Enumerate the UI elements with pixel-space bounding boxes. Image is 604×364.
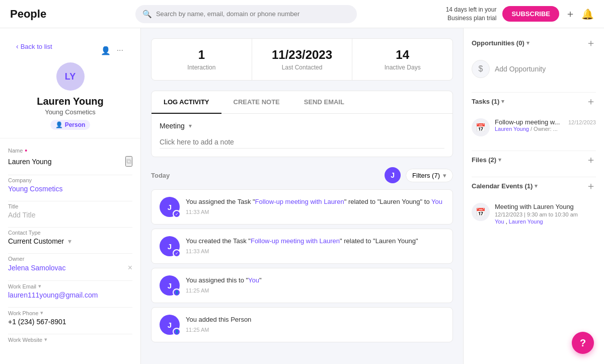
task-sub: Lauren Young / Owner: ... (495, 126, 596, 132)
interaction-label: Interaction (162, 64, 242, 71)
profile-company: Young Cosmetics (45, 108, 96, 116)
main-layout: ‹ Back to list 👤 ··· LY Lauren Young You… (0, 28, 604, 364)
field-work-email: Work Email ▾ lauren111young@gmail.com (8, 283, 132, 299)
tasks-header: Tasks (1) ▾ ＋ (472, 95, 596, 108)
activity-body: You assigned the Task "Follow-up meeting… (186, 197, 444, 217)
app-title: People (10, 8, 46, 21)
right-panel: Opportunities (0) ▾ ＋ $ Add Opportunity … (463, 28, 604, 364)
topnav-right: 14 days left in your Business plan trial… (446, 6, 594, 23)
person-icon: 👤 (55, 121, 63, 128)
activity-body: You assigned this to "You" 11:25 AM (186, 275, 444, 296)
chevron-down-icon: ▾ (526, 40, 530, 46)
activity-time: 11:25 AM (186, 327, 444, 333)
owner-link[interactable]: Jelena Samolovac (8, 264, 65, 272)
user-avatar: J (385, 167, 401, 183)
add-opportunity-row[interactable]: $ Add Opportunity (472, 56, 596, 82)
dollar-icon: $ (472, 60, 490, 78)
activity-body: You created the Task "Follow-up meeting … (186, 236, 444, 256)
tab-create-note[interactable]: CREATE NOTE (221, 91, 292, 114)
activity-body: You added this Person 11:25 AM (186, 315, 444, 335)
help-button[interactable]: ? (572, 332, 594, 354)
stats-bar: 1 Interaction 11/23/2023 Last Contacted … (151, 38, 453, 81)
calendar-icon: 📅 (472, 203, 490, 221)
add-calendar-event-button[interactable]: ＋ (586, 179, 596, 193)
activity-item: J 👤 You assigned this to "You" 11:25 AM (151, 268, 453, 303)
calendar-header: Calendar Events (1) ▾ ＋ (472, 179, 596, 193)
task-date: 12/12/2023 (568, 119, 596, 125)
field-title: Title Add Title (8, 203, 132, 219)
left-panel: ‹ Back to list 👤 ··· LY Lauren Young You… (0, 28, 141, 364)
task-calendar-icon: 📅 (472, 118, 490, 136)
chevron-down-icon: ▾ (68, 237, 71, 245)
meeting-row: Meeting ▾ (160, 122, 444, 130)
cal-attendee2-link[interactable]: Lauren Young (509, 219, 543, 225)
add-button[interactable]: ＋ (565, 7, 575, 21)
search-input[interactable] (156, 10, 350, 18)
tabs-header: LOG ACTIVITY CREATE NOTE SEND EMAIL (152, 91, 452, 114)
activity-avatar: J 👤 (160, 315, 180, 335)
copy-name-button[interactable]: ⧉ (125, 156, 132, 167)
cal-attendee1-link[interactable]: You (495, 219, 504, 225)
field-company: Company Young Cosmetics (8, 177, 132, 193)
task-badge-icon: ✓ (173, 249, 181, 257)
field-owner: Owner Jelena Samolovac × (8, 256, 132, 272)
back-to-list-link[interactable]: ‹ Back to list (16, 42, 52, 50)
tab-content: Meeting ▾ (152, 114, 452, 157)
note-input[interactable] (160, 136, 444, 149)
activity-text: You assigned this to "You" (186, 275, 444, 285)
chevron-down-icon: ▾ (189, 122, 192, 129)
chevron-down-icon: ▾ (498, 157, 501, 163)
activity-date: Today (151, 172, 170, 179)
task-person-link[interactable]: Lauren Young (495, 126, 529, 132)
files-header: Files (2) ▾ ＋ (472, 153, 596, 167)
cal-body: Meeting with Lauren Young 12/12/2023 | 9… (495, 203, 596, 225)
stat-interaction: 1 Interaction (152, 39, 252, 80)
chevron-down-icon: ▾ (501, 98, 504, 105)
chevron-down-icon: ▾ (44, 336, 47, 343)
work-email-link[interactable]: lauren111young@gmail.com (8, 291, 98, 299)
profile-badge: 👤 Person (50, 120, 91, 130)
activity-time: 11:25 AM (186, 287, 444, 294)
you-link[interactable]: You (248, 276, 259, 284)
interaction-count: 1 (162, 48, 242, 62)
tab-send-email[interactable]: SEND EMAIL (292, 91, 356, 114)
company-link[interactable]: Young Cosmetics (8, 185, 62, 193)
task-link[interactable]: Follow-up meeting with Lauren (251, 237, 340, 245)
task-link[interactable]: Follow-up meeting with Lauren (255, 198, 344, 205)
assign-person-icon[interactable]: 👤 (100, 45, 112, 56)
task-body: Follow-up meeting w... 12/12/2023 Lauren… (495, 118, 596, 132)
chevron-down-icon: ▾ (535, 183, 538, 189)
remove-owner-button[interactable]: × (128, 263, 132, 272)
task-badge-icon: ✓ (173, 210, 181, 218)
chevron-down-icon: ▾ (40, 310, 43, 316)
add-file-button[interactable]: ＋ (586, 153, 596, 167)
notifications-bell-icon[interactable]: 🔔 (581, 8, 594, 20)
tasks-section: Tasks (1) ▾ ＋ 📅 Follow-up meeting w... 1… (472, 95, 596, 140)
filters-button[interactable]: Filters (7) ▾ (406, 169, 453, 182)
more-options-icon[interactable]: ··· (116, 45, 124, 56)
person-badge-icon: 👤 (173, 328, 181, 336)
field-name: Name • Lauren Young ⧉ (8, 147, 132, 167)
opportunities-header: Opportunities (0) ▾ ＋ (472, 36, 596, 50)
calendar-section: Calendar Events (1) ▾ ＋ 📅 Meeting with L… (472, 179, 596, 229)
chevron-down-icon: ▾ (443, 172, 446, 179)
left-top: ‹ Back to list 👤 ··· LY Lauren Young You… (0, 28, 140, 138)
activity-text: You assigned the Task "Follow-up meeting… (186, 197, 444, 207)
tab-log-activity[interactable]: LOG ACTIVITY (152, 91, 221, 114)
last-contacted-value: 11/23/2023 (262, 48, 342, 62)
you-link[interactable]: You (431, 198, 442, 205)
activity-header: Today J Filters (7) ▾ (151, 167, 453, 183)
search-icon: 🔍 (142, 10, 152, 19)
required-dot: • (25, 147, 27, 155)
activity-time: 11:33 AM (186, 209, 444, 215)
add-opportunity-button[interactable]: ＋ (586, 36, 596, 50)
add-task-button[interactable]: ＋ (586, 95, 596, 108)
activity-item: J ✓ You created the Task "Follow-up meet… (151, 229, 453, 264)
search-bar[interactable]: 🔍 (135, 5, 357, 23)
subscribe-button[interactable]: SUBSCRIBE (502, 6, 559, 22)
activity-avatar: J ✓ (160, 197, 180, 217)
task-title: Follow-up meeting w... (495, 118, 560, 126)
field-work-phone: Work Phone ▾ +1 (234) 567-8901 (8, 310, 132, 326)
files-section: Files (2) ▾ ＋ (472, 153, 596, 167)
fields-section: Name • Lauren Young ⧉ Company Young Cosm… (0, 138, 140, 359)
